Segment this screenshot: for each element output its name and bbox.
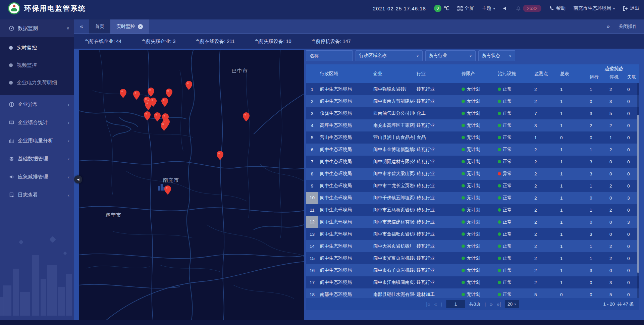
first-page-button[interactable]: |« xyxy=(426,302,430,307)
logout-button[interactable]: 退出 xyxy=(623,5,639,11)
map-pin-icon[interactable] xyxy=(166,89,172,98)
cell-stopped: 2 xyxy=(608,183,626,188)
table-row[interactable]: 9阆中生态环境局阆中市二龙长宝页岩砖砖瓦行业无计划正常21120 xyxy=(306,180,639,192)
name-filter-input[interactable] xyxy=(306,50,353,61)
sidebar-subitem-视频监控[interactable]: 视频监控 xyxy=(0,56,74,74)
cell-limit: 无计划 xyxy=(460,243,496,249)
cell-region: 阆中生态环境局 xyxy=(318,279,372,285)
tabs-scroll-left-button[interactable]: « xyxy=(74,19,89,34)
cell-region: 阆中生态环境局 xyxy=(318,207,372,213)
map-pin-icon[interactable] xyxy=(145,101,152,110)
table-row[interactable]: 17阆中生态环境局阆中市江南镇阆南页岩砖瓦行业无计划正常21030 xyxy=(306,276,639,288)
content-area: 巴中市南充市遂宁市 ◀ 行政区域名称 ∨ 所有行业 ∨ xyxy=(74,49,644,320)
theme-dropdown[interactable]: 主题 ▾ xyxy=(482,5,495,11)
cell-company: 西南油气田分公司川中 xyxy=(372,110,415,116)
cell-points: 2 xyxy=(533,244,558,249)
table-row[interactable]: 10阆中生态环境局阆中千佛镇五郎垭页岩砖瓦行业无计划正常21003 xyxy=(306,192,639,204)
close-operations-button[interactable]: 关闭操作 xyxy=(619,23,637,30)
next-page-button[interactable]: » xyxy=(490,302,492,307)
table-row[interactable]: 5营山生态环境局营山县润丰肉食品有限食品无计划正常10010 xyxy=(306,131,639,144)
sound-mute-button[interactable] xyxy=(503,6,508,11)
map-pin-icon[interactable] xyxy=(133,91,140,100)
tabs-scroll-right-button[interactable]: » xyxy=(607,23,610,30)
map-city-label: 巴中市 xyxy=(232,68,248,74)
column-header-运行: 运行 xyxy=(588,73,608,83)
fullscreen-button[interactable]: 全屏 xyxy=(458,5,474,11)
column-header-行政区域: 行政区域 xyxy=(318,64,372,83)
chart-icon xyxy=(9,138,14,144)
table-row[interactable]: 6阆中生态环境局阆中市金博瑞新型墙材砖瓦行业无计划正常21120 xyxy=(306,144,639,156)
notification-button[interactable]: 2632 xyxy=(516,5,541,12)
chevron-down-icon: ▾ xyxy=(493,7,495,10)
cell-num: 12 xyxy=(306,216,318,228)
cell-num: 11 xyxy=(306,208,318,213)
cell-industry: 砖瓦行业 xyxy=(415,147,460,153)
cell-industry: 砖瓦行业 xyxy=(415,219,460,225)
table-row[interactable]: 16阆中生态环境局阆中市石子页岩机砖厂砖瓦行业无计划正常21300 xyxy=(306,264,639,276)
table-row[interactable]: 2阆中生态环境局阆中市南方节能建材有砖瓦行业无计划正常21030 xyxy=(306,95,639,107)
map-pin-icon[interactable] xyxy=(120,89,126,98)
cell-stopped: 3 xyxy=(608,280,626,285)
table-row[interactable]: 18南部生态环境局南部县砌佳水泥有限公建材加工无计划正常50050 xyxy=(306,288,639,298)
status-dot-icon xyxy=(462,88,465,91)
tab-实时监控[interactable]: 实时监控✕ xyxy=(110,19,149,34)
table-row[interactable]: 11阆中生态环境局阆中市五马桥页岩机砖砖瓦行业无计划正常21120 xyxy=(306,204,639,216)
cell-running: 1 xyxy=(588,256,608,261)
sidebar-item-企业综合统计[interactable]: 企业综合统计‹ xyxy=(0,113,74,131)
sidebar-item-日志查看[interactable]: 日志查看‹ xyxy=(0,186,74,204)
cell-limit: 无计划 xyxy=(460,171,496,177)
status-filter-select[interactable]: 所有状态 ∨ xyxy=(478,50,515,61)
map-pin-icon[interactable] xyxy=(217,151,223,160)
sidebar-item-企业用电量分析[interactable]: 企业用电量分析‹ xyxy=(0,131,74,150)
industry-filter-select[interactable]: 所有行业 ∨ xyxy=(425,50,476,61)
table-row[interactable]: 12阆中生态环境局阆中市忠信建材有限公砖瓦行业无计划正常21003 xyxy=(306,216,639,228)
chevron-down-icon: ∨ xyxy=(416,54,419,58)
table-row[interactable]: 4高坪生态环境局南充市高坪区王家店建砖瓦行业无计划正常31220 xyxy=(306,119,639,131)
map-pin-icon[interactable] xyxy=(243,112,250,121)
prev-page-button[interactable]: « xyxy=(434,302,437,307)
map-pin-icon[interactable] xyxy=(161,98,168,107)
chevron-left-icon: ‹ xyxy=(68,102,69,107)
table-row[interactable]: 1阆中生态环境局阆中强锐页岩砖厂砖瓦行业无计划正常21120 xyxy=(306,83,639,95)
map-pin-icon[interactable] xyxy=(161,122,167,131)
page-number-input[interactable] xyxy=(446,300,465,308)
cell-industry: 砖瓦行业 xyxy=(415,267,460,273)
table-row[interactable]: 14阆中生态环境局阆中大兴页岩机砖厂砖瓦行业无计划正常21120 xyxy=(306,240,639,252)
sidebar-subitem-企业电力负荷明细[interactable]: 企业电力负荷明细 xyxy=(0,74,74,91)
map-pin-icon[interactable] xyxy=(164,185,171,195)
sidebar-item-企业异常[interactable]: 企业异常‹ xyxy=(0,95,74,113)
map-pin-icon[interactable] xyxy=(154,112,161,121)
last-page-button[interactable]: »| xyxy=(497,302,501,307)
table-row[interactable]: 8阆中生态环境局阆中市枣碧大梁山页岩砖瓦行业无计划异常21300 xyxy=(306,168,639,180)
region-filter-select[interactable]: 行政区域名称 ∨ xyxy=(356,50,423,61)
cell-stopped: 2 xyxy=(608,123,626,128)
scrollbar-thumb[interactable] xyxy=(637,115,639,273)
org-dropdown[interactable]: 南充市生态环境局 ▾ xyxy=(574,5,615,11)
map-pin-icon[interactable] xyxy=(144,111,151,120)
sidebar-item-数据监测[interactable]: 数据监测∨ xyxy=(0,19,74,37)
table-row[interactable]: 7阆中生态环境局阆中明阳建材有限公司砖瓦行业无计划正常21300 xyxy=(306,156,639,168)
cell-running: 0 xyxy=(588,99,608,104)
page-size-select[interactable]: 20 ∨ xyxy=(505,300,519,308)
cell-industry: 砖瓦行业 xyxy=(415,243,460,249)
close-icon[interactable]: ✕ xyxy=(138,24,143,29)
cell-num: 5 xyxy=(306,135,318,140)
map-canvas[interactable]: 巴中市南充市遂宁市 xyxy=(79,50,304,320)
table-row[interactable]: 3仪陇生态环境局西南油气田分公司川中化工无计划正常71350 xyxy=(306,107,639,119)
table-row[interactable]: 13阆中生态环境局阆中市金福旺页岩机砖砖瓦行业无计划正常21300 xyxy=(306,228,639,240)
cell-running: 3 xyxy=(588,232,608,237)
sidebar-item-应急减排管理[interactable]: 应急减排管理‹ xyxy=(0,168,74,186)
sidebar-subitem-实时监控[interactable]: 实时监控 xyxy=(0,39,74,56)
cell-stopped: 2 xyxy=(608,208,626,213)
cell-stopped: 0 xyxy=(608,159,626,164)
tab-首页[interactable]: 首页 xyxy=(89,19,110,34)
help-button[interactable]: 帮助 xyxy=(549,5,566,11)
table-row[interactable]: 15阆中生态环境局阆中市光富页岩机砖厂砖瓦行业无计划正常21120 xyxy=(306,252,639,264)
cell-running: 3 xyxy=(588,159,608,164)
status-dot-icon xyxy=(498,257,501,260)
map-pin-icon[interactable] xyxy=(148,88,154,97)
map-collapse-handle[interactable]: ◀ xyxy=(74,175,82,183)
map-pin-icon[interactable] xyxy=(185,81,192,90)
cell-industry: 砖瓦行业 xyxy=(415,159,460,165)
sidebar-item-基础数据管理[interactable]: 基础数据管理‹ xyxy=(0,150,74,168)
